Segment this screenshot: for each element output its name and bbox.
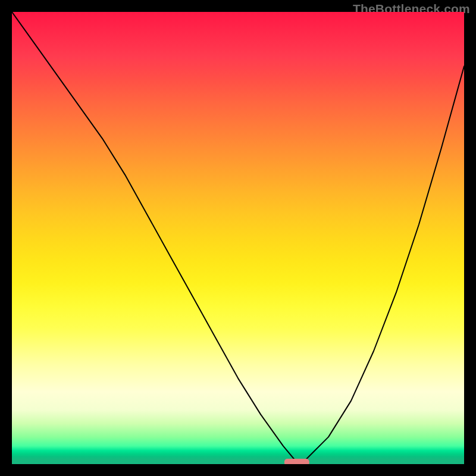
optimal-point-marker [284, 459, 309, 464]
chart-container: TheBottleneck.com [0, 0, 476, 476]
chart-svg [12, 12, 464, 464]
plot-area [12, 12, 464, 464]
bottleneck-curve [12, 12, 464, 464]
